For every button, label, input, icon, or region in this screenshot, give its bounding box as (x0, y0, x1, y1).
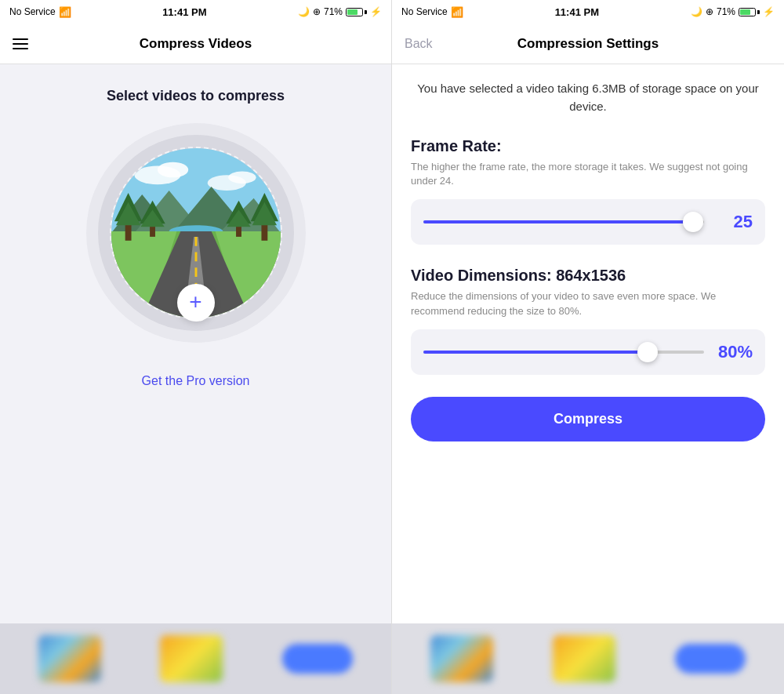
charging-icon-right: ⚡ (763, 6, 775, 17)
moon-icon-left: 🌙 (298, 6, 310, 17)
battery-percent-right: 71% (717, 6, 735, 17)
frame-rate-slider-track[interactable] (423, 220, 704, 223)
plus-icon: + (189, 291, 201, 313)
location-icon-left: ⊕ (313, 6, 321, 17)
wifi-icon-right: 📶 (451, 6, 463, 18)
wifi-icon-left: 📶 (59, 6, 71, 18)
bottom-thumb-1 (38, 635, 101, 682)
battery-icon-right (739, 8, 760, 16)
menu-button[interactable] (13, 38, 28, 49)
right-panel: No Service 📶 11:41 PM 🌙 ⊕ 71% ⚡ Back Com… (392, 0, 784, 694)
bottom-action-btn-1 (282, 644, 353, 674)
video-dimensions-description: Reduce the dimensions of your video to s… (411, 289, 765, 318)
battery-icon-left (346, 8, 367, 16)
left-nav-title: Compress Videos (140, 36, 252, 52)
frame-rate-slider-container: 25 (411, 199, 765, 245)
left-panel: No Service 📶 11:41 PM 🌙 ⊕ 71% ⚡ Compress… (0, 0, 392, 694)
right-status-right: 🌙 ⊕ 71% ⚡ (691, 6, 775, 17)
add-video-button[interactable]: + (177, 284, 215, 322)
right-bottom-thumb-2 (553, 635, 615, 682)
illustration-middle-circle: + (98, 135, 294, 331)
bottom-thumb-2 (160, 635, 223, 682)
left-nav-bar: Compress Videos (0, 24, 391, 64)
video-dimensions-slider-container: 80% (411, 329, 765, 375)
illustration-outer-circle[interactable]: + (86, 123, 306, 343)
battery-percent-left: 71% (324, 6, 343, 17)
pro-version-link[interactable]: Get the Pro version (142, 374, 250, 388)
svg-point-4 (228, 171, 256, 183)
left-bottom-bar (0, 623, 391, 694)
left-status-bar: No Service 📶 11:41 PM 🌙 ⊕ 71% ⚡ (0, 0, 391, 24)
right-bottom-bar (392, 623, 784, 694)
charging-icon-left: ⚡ (370, 6, 382, 17)
video-dimensions-title: Video Dimensions: 864x1536 (411, 267, 765, 285)
right-bottom-thumb-1 (430, 635, 493, 682)
right-main-content: You have selected a video taking 6.3MB o… (392, 64, 784, 623)
video-dimensions-slider-fill (423, 351, 648, 354)
no-service-label-left: No Service (9, 6, 56, 17)
select-videos-label: Select videos to compress (107, 88, 285, 104)
frame-rate-slider-fill (423, 220, 693, 223)
frame-rate-description: The higher the frame rate, the more stor… (411, 160, 765, 188)
compress-button[interactable]: Compress (411, 397, 765, 441)
video-dimensions-slider-track[interactable] (423, 351, 704, 354)
video-dimensions-slider-thumb[interactable] (637, 342, 658, 362)
back-button[interactable]: Back (405, 37, 433, 51)
left-status-right: 🌙 ⊕ 71% ⚡ (298, 6, 382, 17)
time-left: 11:41 PM (162, 6, 206, 18)
moon-icon-right: 🌙 (691, 6, 702, 17)
no-service-label-right: No Service (401, 6, 448, 17)
right-status-bar: No Service 📶 11:41 PM 🌙 ⊕ 71% ⚡ (392, 0, 784, 24)
frame-rate-slider-thumb[interactable] (683, 212, 703, 232)
right-bottom-action-btn (675, 644, 746, 674)
location-icon-right: ⊕ (706, 6, 713, 17)
left-status-left: No Service 📶 (9, 6, 71, 18)
left-main-content: Select videos to compress (0, 64, 391, 623)
frame-rate-title: Frame Rate: (411, 137, 765, 155)
video-dimensions-value: 80% (713, 342, 753, 362)
svg-point-2 (157, 162, 187, 178)
right-nav-title: Compression Settings (517, 36, 659, 52)
frame-rate-value: 25 (713, 212, 753, 232)
right-status-left: No Service 📶 (401, 6, 463, 18)
video-info-text: You have selected a video taking 6.3MB o… (411, 80, 765, 115)
right-nav-bar: Back Compression Settings (392, 24, 784, 64)
time-right: 11:41 PM (555, 6, 599, 18)
